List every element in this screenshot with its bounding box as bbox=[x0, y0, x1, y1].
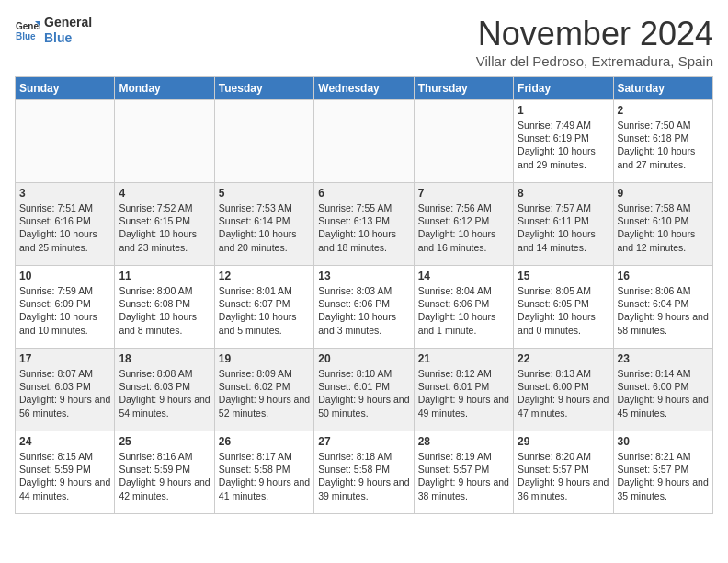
day-info: Sunset: 6:02 PM bbox=[219, 380, 310, 393]
day-info: Sunset: 6:19 PM bbox=[518, 132, 609, 144]
day-info: Sunrise: 7:59 AM bbox=[19, 284, 110, 297]
calendar-cell: 15Sunrise: 8:05 AMSunset: 6:05 PMDayligh… bbox=[514, 266, 613, 349]
day-number: 3 bbox=[19, 187, 110, 200]
day-info: Daylight: 9 hours and 58 minutes. bbox=[618, 310, 709, 336]
day-info: Sunrise: 7:56 AM bbox=[418, 201, 509, 214]
calendar-header-row: SundayMondayTuesdayWednesdayThursdayFrid… bbox=[16, 77, 713, 100]
day-info: Sunset: 6:03 PM bbox=[119, 380, 210, 393]
day-info: Sunset: 6:12 PM bbox=[418, 214, 509, 227]
calendar-cell: 22Sunrise: 8:13 AMSunset: 6:00 PMDayligh… bbox=[514, 349, 613, 431]
calendar-cell: 5Sunrise: 7:53 AMSunset: 6:14 PMDaylight… bbox=[214, 183, 313, 266]
day-number: 16 bbox=[618, 270, 709, 282]
day-info: Daylight: 9 hours and 41 minutes. bbox=[219, 476, 310, 501]
day-info: Sunrise: 8:07 AM bbox=[19, 367, 110, 380]
day-info: Sunrise: 8:03 AM bbox=[318, 284, 409, 297]
col-header-saturday: Saturday bbox=[613, 77, 712, 100]
day-number: 19 bbox=[219, 352, 310, 365]
day-info: Daylight: 10 hours and 16 minutes. bbox=[418, 227, 509, 253]
day-number: 18 bbox=[119, 352, 210, 365]
calendar-cell: 10Sunrise: 7:59 AMSunset: 6:09 PMDayligh… bbox=[16, 266, 115, 349]
day-info: Sunrise: 7:53 AM bbox=[219, 201, 310, 214]
day-number: 27 bbox=[318, 435, 409, 448]
day-info: Sunrise: 8:10 AM bbox=[318, 367, 409, 380]
day-info: Daylight: 10 hours and 1 minute. bbox=[418, 310, 509, 336]
day-info: Sunrise: 7:55 AM bbox=[318, 201, 409, 214]
day-number: 5 bbox=[219, 187, 310, 200]
day-info: Sunrise: 7:50 AM bbox=[618, 119, 709, 132]
day-number: 8 bbox=[518, 187, 609, 200]
logo-icon: General Blue bbox=[15, 17, 40, 43]
day-number: 2 bbox=[618, 104, 709, 117]
day-info: Daylight: 9 hours and 52 minutes. bbox=[219, 393, 310, 419]
day-info: Daylight: 10 hours and 20 minutes. bbox=[219, 227, 310, 253]
calendar-cell: 21Sunrise: 8:12 AMSunset: 6:01 PMDayligh… bbox=[414, 349, 513, 431]
day-info: Sunset: 6:07 PM bbox=[219, 297, 310, 310]
day-number: 21 bbox=[418, 352, 509, 365]
day-info: Sunset: 5:59 PM bbox=[19, 463, 110, 476]
day-info: Sunset: 6:00 PM bbox=[618, 380, 709, 393]
day-info: Sunset: 6:06 PM bbox=[318, 297, 409, 310]
calendar-cell: 28Sunrise: 8:19 AMSunset: 5:57 PMDayligh… bbox=[414, 431, 513, 514]
day-info: Daylight: 9 hours and 54 minutes. bbox=[119, 393, 210, 419]
day-number: 25 bbox=[119, 435, 210, 448]
day-info: Daylight: 10 hours and 10 minutes. bbox=[19, 310, 110, 336]
calendar-cell: 30Sunrise: 8:21 AMSunset: 5:57 PMDayligh… bbox=[613, 431, 712, 514]
logo: General Blue General Blue bbox=[15, 15, 92, 46]
day-info: Daylight: 9 hours and 45 minutes. bbox=[618, 393, 709, 419]
day-number: 20 bbox=[318, 352, 409, 365]
day-info: Daylight: 10 hours and 14 minutes. bbox=[518, 227, 609, 253]
calendar-cell bbox=[414, 100, 513, 183]
day-info: Daylight: 9 hours and 47 minutes. bbox=[518, 393, 609, 419]
day-info: Sunset: 6:14 PM bbox=[219, 214, 310, 227]
day-info: Sunset: 5:57 PM bbox=[618, 463, 709, 476]
calendar-cell: 24Sunrise: 8:15 AMSunset: 5:59 PMDayligh… bbox=[16, 431, 115, 514]
day-info: Daylight: 10 hours and 27 minutes. bbox=[618, 144, 709, 170]
day-info: Sunrise: 8:19 AM bbox=[418, 450, 509, 463]
day-info: Daylight: 10 hours and 0 minutes. bbox=[518, 310, 609, 336]
calendar-cell: 27Sunrise: 8:18 AMSunset: 5:58 PMDayligh… bbox=[314, 431, 414, 514]
day-number: 22 bbox=[518, 352, 609, 365]
day-number: 6 bbox=[318, 187, 409, 200]
calendar-cell: 29Sunrise: 8:20 AMSunset: 5:57 PMDayligh… bbox=[514, 431, 613, 514]
day-info: Sunset: 6:04 PM bbox=[618, 297, 709, 310]
day-info: Sunrise: 8:05 AM bbox=[518, 284, 609, 297]
day-info: Sunrise: 8:08 AM bbox=[119, 367, 210, 380]
svg-text:Blue: Blue bbox=[16, 31, 36, 41]
day-info: Sunrise: 8:18 AM bbox=[318, 450, 409, 463]
calendar-cell bbox=[314, 100, 414, 183]
day-info: Sunset: 6:09 PM bbox=[19, 297, 110, 310]
day-info: Daylight: 10 hours and 5 minutes. bbox=[219, 310, 310, 336]
calendar-cell: 26Sunrise: 8:17 AMSunset: 5:58 PMDayligh… bbox=[214, 431, 313, 514]
day-info: Sunset: 6:08 PM bbox=[119, 297, 210, 310]
col-header-friday: Friday bbox=[514, 77, 613, 100]
day-info: Sunset: 5:58 PM bbox=[318, 463, 409, 476]
calendar-cell: 17Sunrise: 8:07 AMSunset: 6:03 PMDayligh… bbox=[16, 349, 115, 431]
day-info: Daylight: 10 hours and 12 minutes. bbox=[618, 227, 709, 253]
day-info: Sunset: 6:06 PM bbox=[418, 297, 509, 310]
calendar-cell: 16Sunrise: 8:06 AMSunset: 6:04 PMDayligh… bbox=[613, 266, 712, 349]
day-number: 9 bbox=[618, 187, 709, 200]
calendar-table: SundayMondayTuesdayWednesdayThursdayFrid… bbox=[15, 76, 713, 514]
day-number: 17 bbox=[19, 352, 110, 365]
day-info: Sunset: 6:01 PM bbox=[418, 380, 509, 393]
day-info: Sunset: 6:18 PM bbox=[618, 132, 709, 144]
calendar-cell: 25Sunrise: 8:16 AMSunset: 5:59 PMDayligh… bbox=[115, 431, 214, 514]
day-info: Sunrise: 8:13 AM bbox=[518, 367, 609, 380]
day-info: Sunset: 6:01 PM bbox=[318, 380, 409, 393]
day-number: 11 bbox=[119, 270, 210, 282]
calendar-cell: 7Sunrise: 7:56 AMSunset: 6:12 PMDaylight… bbox=[414, 183, 513, 266]
day-info: Daylight: 10 hours and 18 minutes. bbox=[318, 227, 409, 253]
col-header-thursday: Thursday bbox=[414, 77, 513, 100]
day-info: Sunrise: 7:57 AM bbox=[518, 201, 609, 214]
day-info: Sunrise: 8:14 AM bbox=[618, 367, 709, 380]
page-header: General Blue General Blue November 2024 … bbox=[15, 15, 713, 69]
day-info: Sunset: 6:16 PM bbox=[19, 214, 110, 227]
calendar-cell bbox=[16, 100, 115, 183]
day-info: Daylight: 10 hours and 8 minutes. bbox=[119, 310, 210, 336]
day-info: Sunrise: 8:12 AM bbox=[418, 367, 509, 380]
calendar-week-row: 3Sunrise: 7:51 AMSunset: 6:16 PMDaylight… bbox=[16, 183, 713, 266]
calendar-cell: 23Sunrise: 8:14 AMSunset: 6:00 PMDayligh… bbox=[613, 349, 712, 431]
day-info: Sunrise: 8:04 AM bbox=[418, 284, 509, 297]
day-info: Sunrise: 7:49 AM bbox=[518, 119, 609, 132]
day-number: 7 bbox=[418, 187, 509, 200]
